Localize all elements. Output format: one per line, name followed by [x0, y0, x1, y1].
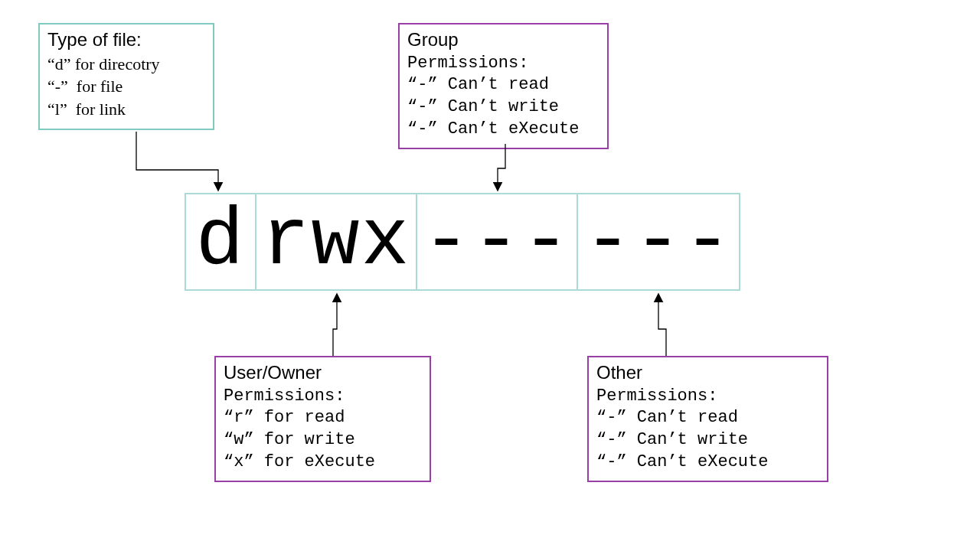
other-callout: Other Permissions: “-” Can’t read “-” Ca…	[587, 356, 828, 482]
other-line-3: “-” Can’t eXecute	[596, 452, 819, 474]
group-title: Group	[407, 29, 599, 51]
group-line-1: “-” Can’t read	[407, 74, 599, 96]
type-line-3: “l” for link	[47, 98, 205, 121]
perm-group-cell: ---	[417, 194, 578, 289]
permission-string: d rwx --- ---	[185, 193, 740, 291]
other-line-1: “-” Can’t read	[596, 407, 819, 429]
perm-type-cell: d	[186, 194, 256, 289]
type-line-2: “-” for file	[47, 75, 205, 98]
arrow-group	[498, 144, 505, 190]
arrow-user	[333, 295, 337, 356]
user-title: User/Owner	[224, 362, 422, 384]
group-line-2: “-” Can’t write	[407, 96, 599, 119]
user-line-2: “w” for write	[224, 429, 422, 452]
user-callout: User/Owner Permissions: “r” for read “w”…	[214, 356, 431, 482]
perm-user-cell: rwx	[256, 194, 417, 289]
group-callout: Group Permissions: “-” Can’t read “-” Ca…	[398, 23, 609, 149]
type-line-1: “d” for direcotry	[47, 53, 205, 76]
other-line-2: “-” Can’t write	[596, 429, 819, 452]
type-callout: Type of file: “d” for direcotry “-” for …	[38, 23, 214, 130]
other-sub: Permissions:	[596, 386, 819, 408]
group-sub: Permissions:	[407, 53, 599, 75]
arrow-other	[658, 295, 666, 356]
user-sub: Permissions:	[224, 386, 422, 408]
user-line-1: “r” for read	[224, 407, 422, 429]
other-title: Other	[596, 362, 819, 384]
perm-other-cell: ---	[578, 194, 739, 289]
type-title: Type of file:	[47, 29, 205, 51]
user-line-3: “x” for eXecute	[224, 452, 422, 474]
diagram-stage: Type of file: “d” for direcotry “-” for …	[0, 0, 980, 551]
arrow-type	[136, 132, 218, 190]
group-line-3: “-” Can’t eXecute	[407, 119, 599, 141]
